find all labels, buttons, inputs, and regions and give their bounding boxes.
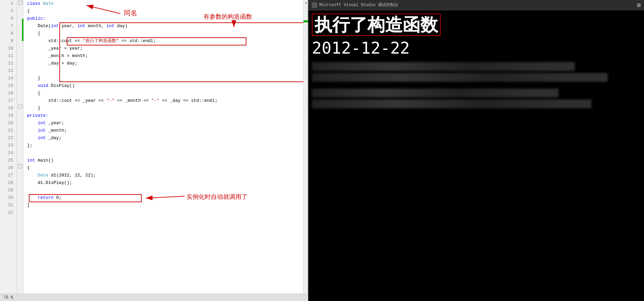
code-line-12: _day = day; bbox=[27, 60, 303, 67]
blurred-row-1 bbox=[312, 62, 575, 71]
line-num-24: 24 bbox=[0, 149, 13, 157]
code-line-11: _month = month; bbox=[27, 52, 303, 60]
output-highlight-box: 执行了构造函数 bbox=[312, 14, 441, 36]
line-num-5: 5 bbox=[0, 7, 13, 15]
gutter-col: − − − bbox=[17, 0, 24, 301]
line-num-13: 13 bbox=[0, 67, 13, 75]
line-num-18: 18 bbox=[0, 105, 13, 112]
code-line-19: private: bbox=[27, 112, 303, 119]
line-num-12: 12 bbox=[0, 60, 13, 67]
code-line-4: class Date bbox=[27, 0, 303, 7]
line-num-17: 17 bbox=[0, 97, 13, 105]
output-line2: 2012-12-22 bbox=[312, 38, 410, 57]
code-line-22: int _day; bbox=[27, 134, 303, 142]
line-num-10: 10 bbox=[0, 45, 13, 52]
code-line-23: }; bbox=[27, 142, 303, 149]
code-line-20: int _year; bbox=[27, 119, 303, 127]
console-icon bbox=[312, 2, 317, 8]
editor-panel: 4 5 6 7 8 9 10 11 12 13 14 15 16 17 18 1… bbox=[0, 0, 308, 301]
line-num-25: 25 bbox=[0, 157, 13, 164]
line-num-22: 22 bbox=[0, 134, 13, 142]
line-num-23: 23 bbox=[0, 142, 13, 149]
code-area: 4 5 6 7 8 9 10 11 12 13 14 15 16 17 18 1… bbox=[0, 0, 308, 301]
code-line-21: int _month; bbox=[27, 127, 303, 134]
code-line-26: { bbox=[27, 164, 303, 172]
line-num-28: 28 bbox=[0, 179, 13, 187]
zoom-level: 76 % bbox=[3, 295, 13, 300]
scroll-marker bbox=[303, 20, 308, 22]
console-title: Microsoft Visual Studio 调试控制台 bbox=[319, 2, 398, 8]
blurred-row-2 bbox=[312, 73, 608, 82]
line-num-27: 27 bbox=[0, 172, 13, 179]
line-num-4: 4 bbox=[0, 0, 13, 7]
code-line-30: return 0; bbox=[27, 194, 303, 202]
code-line-8: { bbox=[27, 30, 303, 37]
code-line-10: _year = year; bbox=[27, 45, 303, 52]
code-line-18: } bbox=[27, 105, 303, 112]
line-num-32: 32 bbox=[0, 209, 13, 217]
code-line-32 bbox=[27, 209, 303, 217]
line-num-20: 20 bbox=[0, 119, 13, 127]
line-num-6: 6 bbox=[0, 15, 13, 22]
code-line-28: d1.DisPlay(); bbox=[27, 179, 303, 187]
line-num-8: 8 bbox=[0, 30, 13, 37]
code-line-9: std::cout << "执行了构造函数" << std::endl; bbox=[27, 37, 303, 45]
blurred-row-4 bbox=[312, 99, 591, 108]
code-line-17: std::cout << _year << "-" << _month << "… bbox=[27, 97, 303, 105]
blurred-output bbox=[312, 62, 641, 108]
line-num-7: 7 bbox=[0, 22, 13, 30]
code-line-29 bbox=[27, 187, 303, 194]
code-line-5: { bbox=[27, 7, 303, 15]
code-line-31: } bbox=[27, 202, 303, 209]
green-indicator bbox=[22, 19, 23, 41]
line-num-16: 16 bbox=[0, 90, 13, 97]
console-titlebar: Microsoft Visual Studio 调试控制台 ⊞ bbox=[308, 0, 644, 10]
line-num-31: 31 bbox=[0, 202, 13, 209]
code-line-15: void DisPlay() bbox=[27, 82, 303, 90]
code-line-16: { bbox=[27, 90, 303, 97]
blurred-row-3 bbox=[312, 89, 559, 97]
line-num-9: 9 bbox=[0, 37, 13, 45]
code-line-14: } bbox=[27, 75, 303, 82]
line-num-21: 21 bbox=[0, 127, 13, 134]
line-num-11: 11 bbox=[0, 52, 13, 60]
code-line-24 bbox=[27, 149, 303, 157]
console-panel: Microsoft Visual Studio 调试控制台 ⊞ 执行了构造函数 … bbox=[308, 0, 644, 301]
vertical-scrollbar[interactable]: + bbox=[303, 0, 308, 301]
collapse-main-icon[interactable]: − bbox=[18, 164, 22, 168]
line-num-19: 19 bbox=[0, 112, 13, 119]
code-line-13 bbox=[27, 67, 303, 75]
line-num-14: 14 bbox=[0, 75, 13, 82]
code-line-6: public: bbox=[27, 15, 303, 22]
scroll-up-btn[interactable]: + bbox=[305, 1, 307, 5]
line-num-29: 29 bbox=[0, 187, 13, 194]
collapse-display-icon[interactable]: − bbox=[18, 105, 22, 109]
output-line1: 执行了构造函数 bbox=[315, 15, 438, 35]
line-numbers: 4 5 6 7 8 9 10 11 12 13 14 15 16 17 18 1… bbox=[0, 0, 17, 301]
code-content[interactable]: class Date { public: Date(int year, int … bbox=[24, 0, 303, 301]
line-num-15: 15 bbox=[0, 82, 13, 90]
status-bar: 76 % bbox=[0, 294, 308, 301]
code-line-25: int main() bbox=[27, 157, 303, 164]
line-num-30: 30 bbox=[0, 194, 13, 202]
code-line-7: Date(int year, int month, int day) bbox=[27, 22, 303, 30]
console-output: 执行了构造函数 2012-12-22 bbox=[308, 10, 644, 114]
spacer4 bbox=[18, 1, 22, 5]
line-num-26: 26 bbox=[0, 164, 13, 172]
console-expand-icon[interactable]: ⊞ bbox=[637, 1, 641, 9]
code-line-27: Date d1(2012, 12, 22); bbox=[27, 172, 303, 179]
